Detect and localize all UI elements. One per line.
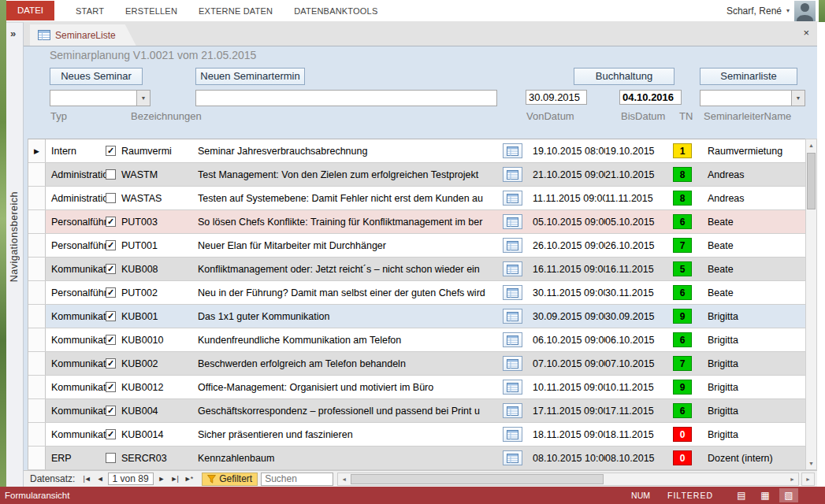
active-checkbox[interactable]: ✓ (106, 217, 116, 227)
open-seminar-button[interactable] (503, 191, 522, 206)
open-seminar-button[interactable] (503, 380, 522, 395)
table-row[interactable]: ▶ Intern ✓ Raumvermi Seminar Jahresverbr… (28, 139, 805, 163)
last-record-button[interactable]: ►| (167, 475, 180, 483)
active-checkbox[interactable]: ✓ (106, 358, 116, 369)
open-seminar-button[interactable] (503, 214, 522, 229)
scroll-right-icon[interactable]: ► (786, 473, 798, 485)
active-checkbox[interactable]: ✓ (106, 429, 116, 439)
seminarleiter-filter-combo[interactable]: ▼ (700, 90, 805, 106)
accounting-button[interactable]: Buchhaltung (574, 68, 674, 85)
record-selector[interactable] (28, 234, 46, 257)
open-seminar-button[interactable] (503, 143, 522, 158)
typ-filter-combo[interactable]: ▼ (50, 90, 151, 106)
first-record-button[interactable]: |◄ (80, 475, 93, 483)
expand-pane-icon[interactable]: » (10, 28, 16, 39)
tab-externe-daten[interactable]: EXTERNE DATEN (199, 6, 273, 16)
scroll-right-icon[interactable]: ► (801, 472, 815, 486)
von-datum-input[interactable] (526, 90, 587, 105)
active-checkbox[interactable]: ✓ (106, 311, 116, 321)
tab-erstellen[interactable]: ERSTELLEN (125, 6, 177, 16)
record-selector[interactable] (28, 447, 46, 469)
active-checkbox[interactable]: ✓ (106, 146, 116, 156)
datasheet-view-icon[interactable]: ▦ (756, 488, 775, 502)
record-selector[interactable] (28, 187, 46, 209)
record-position-box[interactable]: 1 von 89 (108, 472, 154, 485)
bis-datum-input[interactable] (619, 90, 682, 105)
open-seminar-button[interactable] (503, 167, 522, 182)
seminar-list-button[interactable]: Seminarliste (700, 68, 797, 85)
active-checkbox[interactable]: ✓ (106, 240, 116, 250)
record-selector[interactable] (28, 305, 46, 328)
prev-record-button[interactable]: ◄ (94, 475, 106, 483)
table-row[interactable]: Administration WASTAS Testen auf Systeme… (28, 187, 805, 210)
table-row[interactable]: Kommunikatio ✓ KUB004 Geschäftskorrespon… (28, 399, 805, 423)
next-record-button[interactable]: ► (155, 475, 168, 483)
active-checkbox[interactable] (106, 193, 116, 203)
open-seminar-button[interactable] (503, 238, 522, 253)
record-selector[interactable] (28, 423, 46, 446)
record-selector[interactable] (28, 163, 46, 186)
leader-cell: Andreas (697, 193, 805, 204)
open-seminar-button[interactable] (503, 403, 522, 418)
bezeichnung-filter-input[interactable] (195, 90, 497, 106)
horizontal-scrollbar[interactable]: ◄ ► (337, 472, 799, 486)
record-selector[interactable] (28, 399, 46, 422)
active-checkbox[interactable] (106, 169, 116, 180)
open-seminar-button[interactable] (503, 450, 522, 465)
record-selector[interactable]: ▶ (28, 139, 46, 162)
table-row[interactable]: Personalführun ✓ PUT002 Neu in der Führu… (28, 281, 805, 305)
record-selector[interactable] (28, 281, 46, 304)
file-tab[interactable]: DATEI (6, 1, 54, 20)
open-seminar-button[interactable] (503, 427, 522, 442)
navigation-pane-collapsed[interactable]: » Navigationsbereich (6, 22, 24, 487)
dropdown-caret-icon[interactable]: ▼ (136, 91, 150, 106)
table-row[interactable]: Kommunikatio ✓ KUB0010 Kundenfreundliche… (28, 328, 805, 352)
open-seminar-button[interactable] (503, 332, 522, 347)
tab-seminareliste[interactable]: SeminareListe (30, 24, 136, 46)
filtered-indicator[interactable]: Gefiltert (202, 472, 258, 486)
table-row[interactable]: Kommunikatio ✓ KUB001 Das 1x1 guter Komm… (28, 305, 805, 328)
close-icon[interactable]: × (803, 27, 809, 39)
table-row[interactable]: Kommunikatio ✓ KUB0014 Sicher präsentier… (28, 423, 805, 447)
table-row[interactable]: Personalführun ✓ PUT001 Neuer Elan für M… (28, 234, 805, 258)
active-checkbox[interactable]: ✓ (106, 335, 116, 345)
account-menu[interactable]: Scharf, René ▾ (727, 1, 816, 21)
record-selector[interactable] (28, 258, 46, 280)
open-seminar-button[interactable] (503, 285, 522, 300)
filtered-status-indicator[interactable]: FILTERED (667, 491, 713, 500)
record-selector[interactable] (28, 210, 46, 233)
table-row[interactable]: Personalführun ✓ PUT003 So lösen Chefs K… (28, 210, 805, 234)
record-selector[interactable] (28, 376, 46, 398)
tab-datenbanktools[interactable]: DATENBANKTOOLS (294, 6, 377, 16)
table-row[interactable]: Kommunikatio ✓ KUB002 Beschwerden erfolg… (28, 352, 805, 376)
dropdown-caret-icon[interactable]: ▼ (791, 91, 805, 106)
table-row[interactable]: ERP SERCR03 Kennzahlenbaum 08.10.2015 10… (28, 447, 805, 470)
scroll-up-icon[interactable]: ▲ (806, 139, 816, 151)
active-checkbox[interactable]: ✓ (106, 264, 116, 274)
vertical-scrollbar[interactable]: ▲ ▼ (805, 139, 817, 470)
table-row[interactable]: Kommunikatio ✓ KUB008 Konfliktmanagement… (28, 258, 805, 281)
scroll-down-icon[interactable]: ▼ (806, 458, 816, 469)
open-seminar-button[interactable] (503, 309, 522, 324)
record-selector[interactable] (28, 328, 46, 351)
active-checkbox[interactable]: ✓ (106, 382, 116, 392)
active-checkbox[interactable] (106, 453, 116, 463)
active-checkbox[interactable]: ✓ (106, 287, 116, 298)
search-input[interactable] (261, 472, 333, 486)
num-lock-indicator: NUM (631, 491, 650, 500)
open-seminar-button[interactable] (503, 261, 522, 276)
open-seminar-button[interactable] (503, 356, 522, 371)
form-view-icon[interactable]: ▤ (732, 488, 751, 502)
active-checkbox[interactable]: ✓ (106, 406, 116, 416)
scroll-thumb[interactable] (351, 474, 604, 484)
new-seminar-button[interactable]: Neues Seminar (50, 68, 143, 85)
new-seminar-date-button[interactable]: Neuen Seminartermin (195, 68, 305, 85)
table-row[interactable]: Kommunikatio ✓ KUB0012 Office-Management… (28, 376, 805, 399)
scroll-thumb[interactable] (807, 153, 816, 209)
scroll-left-icon[interactable]: ◄ (338, 473, 350, 485)
record-selector[interactable] (28, 352, 46, 375)
table-row[interactable]: Administration WASTM Test Management: Vo… (28, 163, 805, 187)
tab-start[interactable]: START (76, 6, 104, 16)
new-record-button[interactable]: ►* (181, 475, 195, 483)
design-view-icon[interactable]: ▧ (779, 488, 798, 502)
